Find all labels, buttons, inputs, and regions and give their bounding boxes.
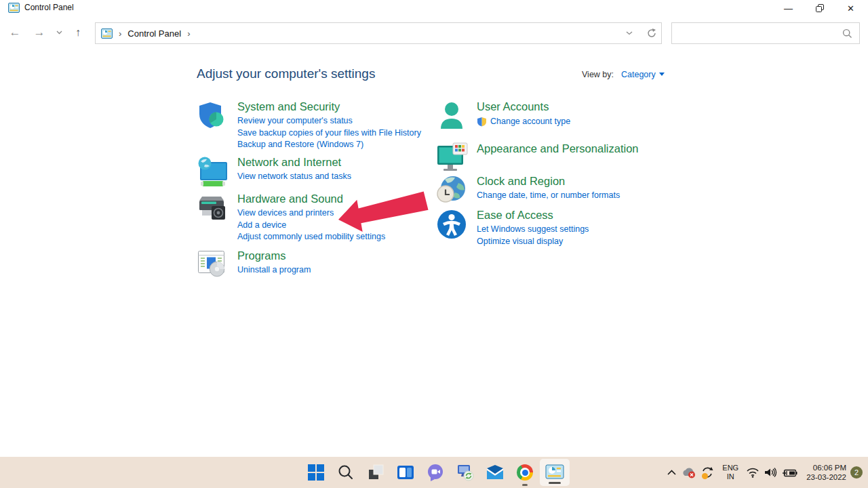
sync-icon (700, 466, 715, 479)
clock-date-button[interactable]: 06:06 PM 23-03-2022 (800, 457, 850, 488)
windows-logo-icon (308, 464, 324, 481)
link-uninstall-program[interactable]: Uninstall a program (237, 266, 311, 274)
view-by-value: Category (621, 70, 656, 79)
category-user-accounts: User Accounts Change account type (436, 100, 570, 134)
active-indicator (549, 482, 561, 484)
category-appearance-personalization: Appearance and Personalization (436, 142, 639, 176)
category-title[interactable]: System and Security (237, 100, 421, 113)
cloud-error-icon (682, 466, 696, 479)
wifi-button[interactable] (744, 457, 762, 488)
category-title[interactable]: Appearance and Personalization (477, 142, 639, 155)
control-panel-icon (101, 28, 113, 39)
category-title[interactable]: Ease of Access (477, 209, 589, 222)
link-view-network-status[interactable]: View network status and tasks (237, 172, 351, 181)
uac-shield-icon (477, 117, 487, 127)
chrome-button[interactable] (510, 457, 540, 488)
user-accounts-icon[interactable] (436, 100, 467, 131)
category-ease-of-access: Ease of Access Let Windows suggest setti… (436, 209, 589, 249)
back-button[interactable]: ← (5, 16, 24, 49)
chevron-up-icon (667, 470, 676, 475)
task-view-icon (367, 464, 384, 481)
category-system-and-security: System and Security Review your computer… (197, 100, 421, 152)
link-change-date-time[interactable]: Change date, time, or number formats (477, 191, 620, 200)
language-indicator[interactable]: ENGIN (717, 457, 744, 488)
category-title[interactable]: Clock and Region (477, 175, 620, 188)
hardware-and-sound-icon[interactable] (197, 192, 229, 222)
running-indicator (522, 484, 528, 486)
programs-icon[interactable] (197, 249, 228, 278)
remote-desktop-icon (456, 463, 475, 482)
main-content: Adjust your computer's settings View by:… (0, 49, 868, 457)
breadcrumb-separator: › (119, 28, 121, 39)
category-programs: Programs Uninstall a program (197, 249, 311, 281)
split-window-icon (397, 465, 414, 480)
category-clock-and-region: Clock and Region Change date, time, or n… (436, 175, 620, 209)
link-review-computer-status[interactable]: Review your computer's status (237, 117, 421, 125)
recent-locations-dropdown[interactable] (52, 16, 66, 49)
system-and-security-icon[interactable] (197, 100, 228, 131)
update-sync-button[interactable] (698, 457, 717, 488)
teams-chat-button[interactable] (420, 457, 450, 488)
appearance-icon[interactable] (436, 142, 469, 174)
category-title[interactable]: User Accounts (477, 100, 570, 113)
control-panel-taskbar-button[interactable] (540, 459, 570, 486)
search-icon (338, 464, 354, 481)
search-input[interactable] (677, 24, 833, 43)
annotation-arrow (336, 197, 444, 244)
battery-plugged-icon (781, 467, 797, 478)
search-box[interactable] (671, 22, 860, 44)
battery-button[interactable] (779, 457, 800, 488)
dropdown-arrow-icon (659, 73, 665, 76)
notification-count: 2 (854, 468, 859, 476)
system-tray: ENGIN (663, 457, 868, 488)
start-button[interactable] (301, 457, 331, 488)
control-panel-window: Control Panel — ✕ ← → ↑ › Control Panel … (0, 0, 868, 488)
title-bar: Control Panel — ✕ (0, 0, 868, 16)
network-and-internet-icon[interactable] (197, 156, 229, 188)
tray-time: 06:06 PM (806, 463, 846, 473)
chevron-down-icon (56, 30, 62, 35)
minimize-button[interactable]: — (773, 0, 804, 16)
refresh-icon[interactable] (646, 28, 657, 39)
address-bar[interactable]: › Control Panel › (95, 22, 662, 44)
category-title[interactable]: Programs (237, 249, 311, 262)
chrome-icon (517, 464, 533, 481)
window-title: Control Panel (24, 3, 74, 12)
widgets-button[interactable] (391, 457, 420, 488)
restore-icon (816, 4, 824, 12)
link-file-history[interactable]: Save backup copies of your files with Fi… (237, 129, 421, 138)
category-title[interactable]: Network and Internet (237, 156, 351, 169)
category-network-and-internet: Network and Internet View network status… (197, 156, 351, 191)
volume-button[interactable] (762, 457, 779, 488)
restore-button[interactable] (804, 0, 835, 16)
up-button[interactable]: ↑ (68, 16, 87, 49)
language-code: ENG (722, 464, 738, 472)
remote-desktop-button[interactable] (450, 457, 480, 488)
speaker-icon (764, 467, 777, 478)
link-windows-suggest-settings[interactable]: Let Windows suggest settings (477, 225, 589, 234)
navigation-bar: ← → ↑ › Control Panel › (0, 16, 868, 49)
tray-date: 23-03-2022 (806, 472, 846, 483)
address-dropdown-icon[interactable] (626, 31, 633, 35)
mail-icon (486, 465, 504, 480)
page-title: Adjust your computer's settings (197, 66, 375, 81)
link-change-account-type[interactable]: Change account type (490, 117, 570, 126)
onedrive-status-button[interactable] (680, 457, 698, 488)
view-by-dropdown[interactable]: Category (621, 70, 665, 79)
control-panel-icon (8, 3, 20, 13)
wifi-icon (746, 467, 760, 478)
notification-badge[interactable]: 2 (850, 466, 863, 479)
task-view-button[interactable] (361, 457, 391, 488)
breadcrumb-separator[interactable]: › (187, 28, 190, 39)
close-button[interactable]: ✕ (835, 0, 866, 16)
mail-button[interactable] (480, 457, 510, 488)
control-panel-icon (545, 464, 564, 481)
tray-overflow-button[interactable] (663, 457, 680, 488)
link-optimize-visual-display[interactable]: Optimize visual display (477, 237, 589, 246)
taskbar-search-button[interactable] (331, 457, 361, 488)
link-backup-restore[interactable]: Backup and Restore (Windows 7) (237, 140, 421, 149)
region-code: IN (722, 472, 738, 481)
breadcrumb-control-panel[interactable]: Control Panel (127, 28, 181, 39)
view-by-label: View by: (582, 70, 614, 79)
forward-button[interactable]: → (30, 16, 49, 49)
